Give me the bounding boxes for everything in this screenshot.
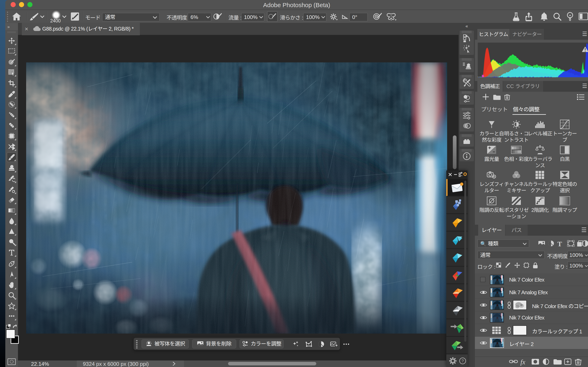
- svg-text:?: ?: [461, 359, 464, 363]
